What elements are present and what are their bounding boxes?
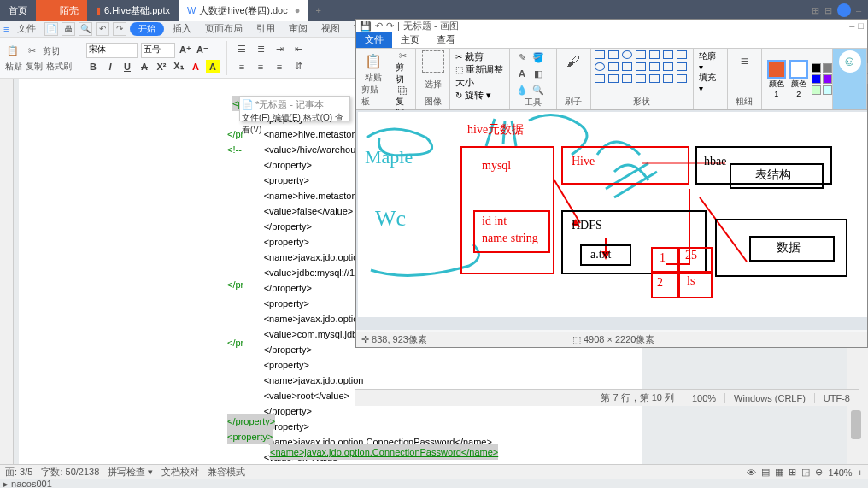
preview-icon[interactable]: 🔍 [79, 22, 92, 36]
tab-ppt[interactable]: ▮6.Hive基础.pptx [87, 0, 179, 21]
color-swatch[interactable] [823, 63, 832, 73]
select-button[interactable] [422, 50, 444, 73]
close-icon[interactable]: ● [295, 5, 301, 15]
italic-button[interactable]: I [103, 60, 117, 73]
proofing-button[interactable]: 文档校对 [161, 466, 199, 479]
align-right-icon[interactable]: ≡ [272, 59, 287, 74]
paint-titlebar[interactable]: 💾 ↶ ↷ | 无标题 - 画图 –□ [356, 20, 867, 32]
print-icon[interactable]: 🖶 [62, 22, 75, 36]
tab-moke[interactable]: 陌壳 [36, 0, 87, 21]
menu-ref[interactable]: 引用 [251, 22, 280, 35]
paint-tab-home[interactable]: 主页 [392, 32, 428, 48]
save-icon[interactable]: 📄 [44, 22, 58, 36]
read-icon[interactable]: ▤ [761, 467, 770, 478]
paste-button[interactable]: 📋 [362, 50, 384, 72]
spellcheck-button[interactable]: 拼写检查 ▾ [108, 466, 153, 479]
super-button[interactable]: X² [155, 60, 168, 73]
brush-button[interactable]: 🖌 [562, 50, 584, 73]
max-icon[interactable]: □ [858, 21, 864, 31]
new-tab-button[interactable]: + [308, 5, 327, 15]
web-icon[interactable]: ⊞ [789, 467, 796, 478]
save-icon[interactable]: 💾 [360, 21, 372, 32]
cut-icon[interactable]: ✂ [396, 50, 410, 62]
label-hbase: hbae [704, 155, 726, 168]
dec-font-icon[interactable]: A⁻ [196, 44, 209, 57]
color-swatch[interactable] [823, 85, 832, 95]
taskbar-item[interactable]: ▸ nacos001 [3, 479, 52, 489]
word-count[interactable]: 字数: 50/2138 [41, 466, 99, 479]
page-indicator[interactable]: 面: 3/5 [5, 466, 32, 479]
copy-icon[interactable]: ⿻ [396, 85, 410, 96]
fillshape-button[interactable]: 填充 ▾ [699, 72, 722, 93]
font-select[interactable]: 宋体 [86, 43, 138, 58]
min-icon[interactable]: – [849, 21, 854, 31]
picker-icon[interactable]: 💧 [515, 83, 529, 97]
linespacing-icon[interactable]: ⇵ [290, 59, 306, 74]
copy-label[interactable]: 复制 [26, 61, 43, 73]
zoom-in-icon[interactable]: + [858, 467, 863, 478]
size-select[interactable]: 五号 [141, 43, 175, 58]
notepad-window[interactable]: 📄*无标题 - 记事本 文件(F) 编辑(E) 格式(O) 查看(V) [239, 96, 350, 121]
paint-tab-file[interactable]: 文件 [356, 32, 392, 48]
view-icon[interactable]: 👁 [747, 467, 756, 478]
tab-home[interactable]: 首页 [0, 0, 36, 21]
menu-view[interactable]: 视图 [316, 22, 345, 35]
assistant-icon[interactable]: ☺ [839, 50, 861, 73]
menu-insert[interactable]: 插入 [167, 22, 196, 35]
undo-icon[interactable]: ↶ [375, 21, 383, 32]
paste-icon[interactable]: 📋 [5, 44, 21, 59]
color-swatch[interactable] [812, 63, 821, 73]
underline-button[interactable]: U [120, 60, 134, 73]
menu-file[interactable]: 文件 [12, 22, 41, 35]
resize-button[interactable]: ⬚ 重新调整大小 [455, 63, 504, 89]
undo-icon[interactable]: ↶ [96, 22, 109, 36]
redo-icon[interactable]: ↷ [113, 22, 126, 36]
zoom-value[interactable]: 140% [828, 467, 852, 478]
bold-button[interactable]: B [86, 60, 100, 73]
zoom-out-icon[interactable]: ⊖ [815, 467, 823, 478]
menu-review[interactable]: 审阅 [284, 22, 313, 35]
fill-icon[interactable]: 🪣 [531, 50, 545, 64]
menu-layout[interactable]: 页面布局 [200, 22, 248, 35]
canvas-area[interactable]: hive元数据 Maple Wc mysql id int name strin… [356, 110, 867, 330]
bullets-icon[interactable]: ☰ [234, 42, 249, 57]
minimize-icon[interactable]: – [856, 5, 861, 15]
align-left-icon[interactable]: ≡ [234, 59, 249, 74]
color-swatch[interactable] [823, 74, 832, 84]
thickness-button[interactable]: ≡ [733, 50, 755, 73]
color-swatch[interactable] [812, 85, 821, 95]
layout-icon[interactable]: ⊞ [812, 5, 819, 16]
fontcolor-button[interactable]: A [189, 60, 202, 73]
redo-icon[interactable]: ↷ [386, 21, 394, 32]
paint-tab-view[interactable]: 查看 [428, 32, 464, 48]
color1-button[interactable] [767, 60, 786, 79]
highlight-button[interactable]: A [206, 60, 220, 73]
outdent-icon[interactable]: ⇤ [290, 42, 306, 57]
inc-font-icon[interactable]: A⁺ [179, 44, 192, 57]
cut-icon[interactable]: ✂ [24, 44, 39, 59]
crop-button[interactable]: ✂ 裁剪 [455, 50, 484, 63]
rotate-button[interactable]: ↻ 旋转 ▾ [455, 89, 491, 102]
numbering-icon[interactable]: ≣ [253, 42, 268, 57]
strike-button[interactable]: A [138, 60, 151, 73]
notepad-menu[interactable]: 文件(F) 编辑(E) 格式(O) 查看(V) [242, 112, 348, 136]
align-center-icon[interactable]: ≡ [253, 59, 268, 74]
menu-start[interactable]: 开始 [130, 22, 164, 36]
eraser-icon[interactable]: ◧ [531, 67, 545, 80]
zoom-icon[interactable]: 🔍 [531, 83, 545, 97]
pencil-icon[interactable]: ✎ [515, 50, 529, 64]
indent-icon[interactable]: ⇥ [272, 42, 287, 57]
tab-doc[interactable]: W大数据hive(卷四).doc● [179, 0, 308, 21]
fmt-label[interactable]: 格式刷 [46, 61, 72, 73]
sub-button[interactable]: X₁ [172, 60, 185, 73]
avatar-icon[interactable] [837, 3, 851, 17]
layout2-icon[interactable]: ⊟ [824, 5, 832, 16]
layout-icon[interactable]: ▦ [775, 467, 783, 478]
paint-canvas[interactable]: hive元数据 Maple Wc mysql id int name strin… [358, 112, 867, 317]
text-icon[interactable]: A [515, 67, 529, 80]
outline-icon[interactable]: ◲ [801, 467, 810, 478]
outline-button[interactable]: 轮廓 ▾ [699, 50, 722, 72]
color2-button[interactable] [789, 60, 808, 79]
shapes-gallery[interactable] [595, 50, 689, 85]
color-swatch[interactable] [812, 74, 821, 84]
